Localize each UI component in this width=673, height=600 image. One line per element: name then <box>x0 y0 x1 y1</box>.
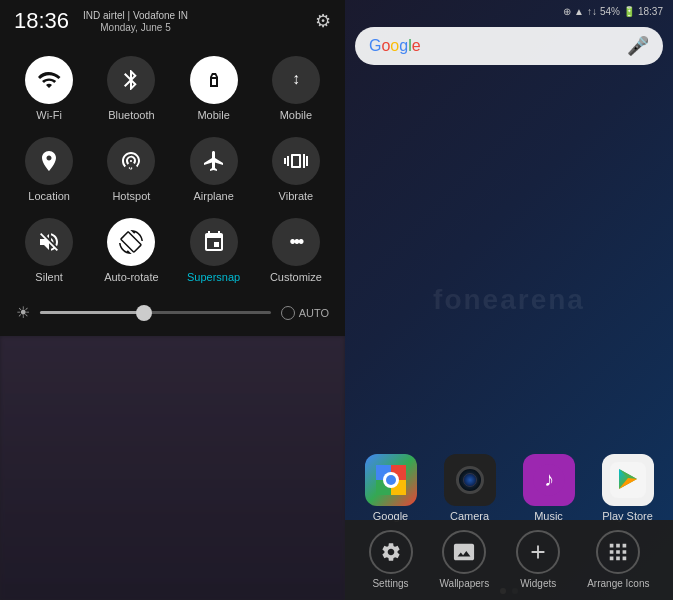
location-icon <box>25 137 73 185</box>
home-screen: fonearena ⊕▲↑↓ 54% 🔋 18:37 Google 🎤 Goog… <box>345 0 673 600</box>
location-toggle[interactable]: Location <box>10 131 88 208</box>
left-bottom-area <box>0 336 345 600</box>
dock-arrange[interactable]: Arrange Icons <box>587 530 649 589</box>
battery-percent: 54% <box>600 6 620 17</box>
wifi-toggle[interactable]: Wi-Fi <box>10 50 88 127</box>
brightness-auto[interactable]: AUTO <box>281 306 329 320</box>
wifi-label: Wi-Fi <box>36 109 62 121</box>
quick-toggles: Wi-Fi Bluetooth Mobile ↕ Mobile <box>0 40 345 289</box>
brightness-row: ☀ AUTO <box>0 289 345 336</box>
dock-wallpapers[interactable]: Wallpapers <box>440 530 490 589</box>
carrier1: IND airtel | Vodafone IN <box>83 10 188 21</box>
autorotate-label: Auto-rotate <box>104 271 158 283</box>
gear-icon[interactable]: ⚙ <box>315 10 331 32</box>
auto-circle <box>281 306 295 320</box>
status-time: 18:36 <box>14 8 69 34</box>
status-bar: 18:36 IND airtel | Vodafone IN Monday, J… <box>0 0 345 40</box>
silent-toggle[interactable]: Silent <box>10 212 88 289</box>
customize-toggle[interactable]: ••• Customize <box>257 212 335 289</box>
airplane-toggle[interactable]: Airplane <box>175 131 253 208</box>
date-text: Monday, June 5 <box>100 22 170 33</box>
google-search-bar[interactable]: Google 🎤 <box>355 27 663 65</box>
silent-icon <box>25 218 73 266</box>
svg-point-6 <box>386 475 396 485</box>
app-google[interactable]: Google <box>355 454 426 522</box>
dock-settings[interactable]: Settings <box>369 530 413 589</box>
dock-widgets[interactable]: Widgets <box>516 530 560 589</box>
vibrate-icon <box>272 137 320 185</box>
silent-label: Silent <box>35 271 63 283</box>
mobile2-toggle[interactable]: ↕ Mobile <box>257 50 335 127</box>
status-icons: ⊕▲↑↓ 54% 🔋 18:37 <box>563 6 663 17</box>
airplane-label: Airplane <box>193 190 233 202</box>
hotspot-toggle[interactable]: Hotspot <box>92 131 170 208</box>
airplane-icon <box>190 137 238 185</box>
supersnap-label: Supersnap <box>187 271 240 283</box>
customize-label: Customize <box>270 271 322 283</box>
mobile2-icon: ↕ <box>272 56 320 104</box>
wallpapers-label: Wallpapers <box>440 578 490 589</box>
autorotate-icon <box>107 218 155 266</box>
mobile1-toggle[interactable]: Mobile <box>175 50 253 127</box>
app-playstore[interactable]: Play Store <box>592 454 663 522</box>
playstore-app-icon <box>602 454 654 506</box>
customize-icon: ••• <box>272 218 320 266</box>
google-map-visual <box>365 454 417 506</box>
mobile1-icon <box>190 56 238 104</box>
wallpapers-icon <box>442 530 486 574</box>
settings-label: Settings <box>372 578 408 589</box>
right-time: 18:37 <box>638 6 663 17</box>
bluetooth-label: Bluetooth <box>108 109 154 121</box>
wifi-icon <box>25 56 73 104</box>
mobile2-label: Mobile <box>280 109 312 121</box>
location-label: Location <box>28 190 70 202</box>
brightness-icon: ☀ <box>16 303 30 322</box>
hotspot-label: Hotspot <box>112 190 150 202</box>
vibrate-toggle[interactable]: Vibrate <box>257 131 335 208</box>
svg-text:↕: ↕ <box>292 70 300 87</box>
autorotate-toggle[interactable]: Auto-rotate <box>92 212 170 289</box>
bluetooth-icon <box>107 56 155 104</box>
app-camera[interactable]: Camera <box>434 454 505 522</box>
auto-label: AUTO <box>299 307 329 319</box>
settings-icon <box>369 530 413 574</box>
hotspot-icon <box>107 137 155 185</box>
supersnap-icon <box>190 218 238 266</box>
google-logo: Google <box>369 37 421 55</box>
arrange-icon <box>596 530 640 574</box>
vibrate-label: Vibrate <box>279 190 314 202</box>
carrier-info: IND airtel | Vodafone IN Monday, June 5 <box>83 10 188 33</box>
battery-icon: 🔋 <box>623 6 635 17</box>
app-music[interactable]: ♪ Music <box>513 454 584 522</box>
right-status-bar: ⊕▲↑↓ 54% 🔋 18:37 <box>345 0 673 21</box>
google-app-icon <box>365 454 417 506</box>
widgets-icon <box>516 530 560 574</box>
mobile1-label: Mobile <box>197 109 229 121</box>
camera-app-icon <box>444 454 496 506</box>
brightness-slider[interactable] <box>40 311 271 314</box>
supersnap-toggle[interactable]: Supersnap <box>175 212 253 289</box>
widgets-label: Widgets <box>520 578 556 589</box>
bluetooth-toggle[interactable]: Bluetooth <box>92 50 170 127</box>
notification-shade: 18:36 IND airtel | Vodafone IN Monday, J… <box>0 0 345 600</box>
mic-icon[interactable]: 🎤 <box>627 35 649 57</box>
music-app-icon: ♪ <box>523 454 575 506</box>
bottom-dock: Settings Wallpapers Widgets Arrange Icon… <box>345 520 673 600</box>
arrange-label: Arrange Icons <box>587 578 649 589</box>
svg-text:♪: ♪ <box>544 468 554 490</box>
